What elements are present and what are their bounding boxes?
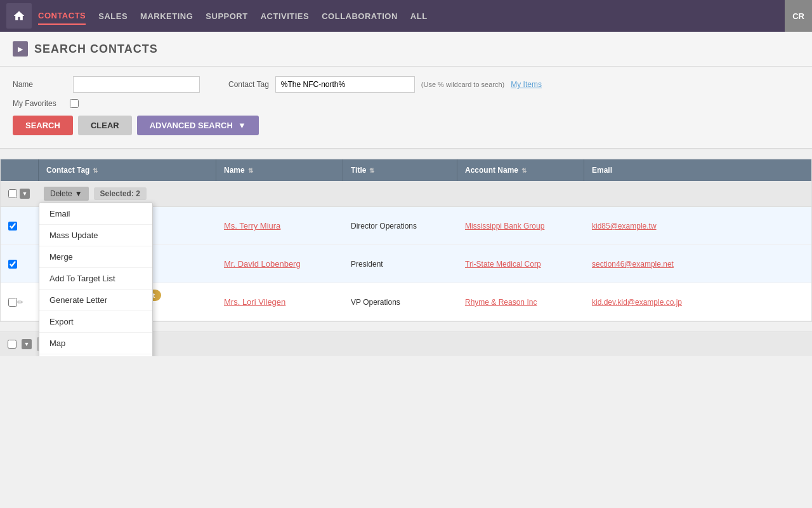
advanced-search-label: ADVANCED SEARCH xyxy=(150,121,233,130)
row1-email-cell: kid85@example.tw xyxy=(584,216,811,236)
page-header: ▶ SEARCH CONTACTS xyxy=(0,32,812,67)
contact-tag-input[interactable] xyxy=(275,76,415,93)
row2-account-cell: Tri-State Medical Corp xyxy=(457,254,584,274)
th-email-label: Email xyxy=(592,166,612,175)
th-account-label: Account Name xyxy=(465,166,518,175)
th-account-sort[interactable]: ⇅ xyxy=(521,167,527,174)
delete-label: Delete xyxy=(50,189,72,198)
th-contact-tag-sort[interactable]: ⇅ xyxy=(93,167,98,174)
row3-checkbox[interactable] xyxy=(8,298,17,307)
dropdown-mass-update[interactable]: Mass Update xyxy=(39,225,152,246)
th-account-name[interactable]: Account Name ⇅ xyxy=(457,159,584,181)
delete-dropdown-icon[interactable]: ▼ xyxy=(75,189,82,198)
th-checkbox xyxy=(1,159,39,181)
th-name-sort[interactable]: ⇅ xyxy=(248,167,253,174)
row1-name-cell: Ms. Terry Miura xyxy=(216,216,343,236)
bottom-select-all[interactable] xyxy=(8,340,16,349)
advanced-search-button[interactable]: ADVANCED SEARCH ▼ xyxy=(137,116,259,135)
search-panel: Name Contact Tag (Use % wildcard to sear… xyxy=(0,67,812,149)
th-title-sort[interactable]: ⇅ xyxy=(369,167,374,174)
dropdown-map[interactable]: Map xyxy=(39,333,152,354)
delete-button[interactable]: Delete ▼ xyxy=(44,187,89,201)
row1-checkbox[interactable] xyxy=(8,222,17,231)
wildcard-hint: (Use % wildcard to search) xyxy=(421,81,504,88)
nav-sales[interactable]: SALES xyxy=(98,8,128,24)
row3-name-link[interactable]: Mrs. Lori Vilegen xyxy=(224,297,285,307)
bottom-dropdown-arrow[interactable]: ▼ xyxy=(22,339,32,349)
row3-name-cell: Mrs. Lori Vilegen xyxy=(216,292,343,312)
row2-title: President xyxy=(343,255,457,274)
selected-badge: Selected: 2 xyxy=(94,187,147,200)
row1-title: Director Operations xyxy=(343,217,457,236)
action-checkbox-cell: ▼ xyxy=(1,185,39,203)
advanced-dropdown-icon: ▼ xyxy=(238,121,246,130)
nav-links: CONTACTS SALES MARKETING SUPPORT ACTIVIT… xyxy=(38,8,428,25)
nav-activities[interactable]: ACTIVITIES xyxy=(261,8,310,24)
clear-button[interactable]: CLEAR xyxy=(78,116,132,135)
table-header: Contact Tag ⇅ Name ⇅ Title ⇅ Account Nam… xyxy=(1,159,811,181)
row2-email-link[interactable]: section46@example.net xyxy=(592,260,674,269)
row2-email-cell: section46@example.net xyxy=(584,254,811,274)
row2-checkbox-cell xyxy=(1,256,39,272)
th-email: Email xyxy=(584,159,811,181)
row3-account-cell: Rhyme & Reason Inc xyxy=(457,292,584,312)
row2-checkbox[interactable] xyxy=(8,260,17,269)
favorites-checkbox[interactable] xyxy=(70,99,79,108)
row1-email-link[interactable]: kid85@example.tw xyxy=(592,222,657,231)
th-name[interactable]: Name ⇅ xyxy=(216,159,343,181)
nav-collaboration[interactable]: COLLABORATION xyxy=(322,8,398,24)
name-input[interactable] xyxy=(73,76,200,93)
action-bar: ▼ Delete ▼ Selected: 2 Email Mass Update… xyxy=(1,181,811,207)
row2-account-link[interactable]: Tri-State Medical Corp xyxy=(465,260,541,269)
select-dropdown-arrow[interactable]: ▼ xyxy=(20,189,30,199)
row2-name-link[interactable]: Mr. David Lobenberg xyxy=(224,259,301,269)
dropdown-tagme[interactable]: tagMe Mass Update xyxy=(39,354,152,356)
delete-action-cell: Delete ▼ Selected: 2 xyxy=(39,187,216,201)
top-navigation: CONTACTS SALES MARKETING SUPPORT ACTIVIT… xyxy=(0,0,812,32)
nav-marketing[interactable]: MARKETING xyxy=(140,8,193,24)
th-name-label: Name xyxy=(224,166,245,175)
th-contact-tag[interactable]: Contact Tag ⇅ xyxy=(39,159,216,181)
dropdown-add-to-target[interactable]: Add To Target List xyxy=(39,268,152,290)
action-dropdown-menu: Email Mass Update Merge Add To Target Li… xyxy=(39,203,153,356)
row1-name-link[interactable]: Ms. Terry Miura xyxy=(224,221,280,231)
contact-tag-section: Contact Tag (Use % wildcard to search) M… xyxy=(228,76,542,93)
nav-all[interactable]: ALL xyxy=(410,8,428,24)
row3-account-link[interactable]: Rhyme & Reason Inc xyxy=(465,298,537,307)
nav-support[interactable]: SUPPORT xyxy=(206,8,247,24)
row1-account-link[interactable]: Mississippi Bank Group xyxy=(465,222,544,231)
row3-title: VP Operations xyxy=(343,293,457,312)
page-title: SEARCH CONTACTS xyxy=(34,43,158,56)
contact-tag-label: Contact Tag xyxy=(228,80,269,89)
home-button[interactable] xyxy=(6,3,32,29)
sidebar-toggle[interactable]: ▶ xyxy=(13,41,28,57)
th-title-label: Title xyxy=(351,166,366,175)
row1-checkbox-cell xyxy=(1,218,39,234)
my-items-link[interactable]: My Items xyxy=(511,80,542,89)
row1-account-cell: Mississippi Bank Group xyxy=(457,216,584,236)
search-button[interactable]: SEARCH xyxy=(13,116,73,135)
select-all-checkbox[interactable] xyxy=(8,189,17,198)
row3-checkbox-cell: ✏ xyxy=(1,294,39,311)
dropdown-export[interactable]: Export xyxy=(39,311,152,333)
name-label: Name xyxy=(13,80,63,89)
row2-name-cell: Mr. David Lobenberg xyxy=(216,254,343,274)
dropdown-merge[interactable]: Merge xyxy=(39,246,152,268)
row3-edit-icon[interactable]: ✏ xyxy=(17,298,23,307)
nav-cr-button[interactable]: CR xyxy=(785,0,812,32)
dropdown-generate-letter[interactable]: Generate Letter xyxy=(39,290,152,311)
th-title[interactable]: Title ⇅ xyxy=(343,159,457,181)
th-contact-tag-label: Contact Tag xyxy=(46,166,89,175)
favorites-label: My Favorites xyxy=(13,99,63,108)
nav-contacts[interactable]: CONTACTS xyxy=(38,8,86,25)
row3-email-link[interactable]: kid.dev.kid@example.co.jp xyxy=(592,298,682,307)
contacts-table: Contact Tag ⇅ Name ⇅ Title ⇅ Account Nam… xyxy=(0,159,812,322)
row3-email-cell: kid.dev.kid@example.co.jp xyxy=(584,292,811,312)
dropdown-email[interactable]: Email xyxy=(39,203,152,225)
